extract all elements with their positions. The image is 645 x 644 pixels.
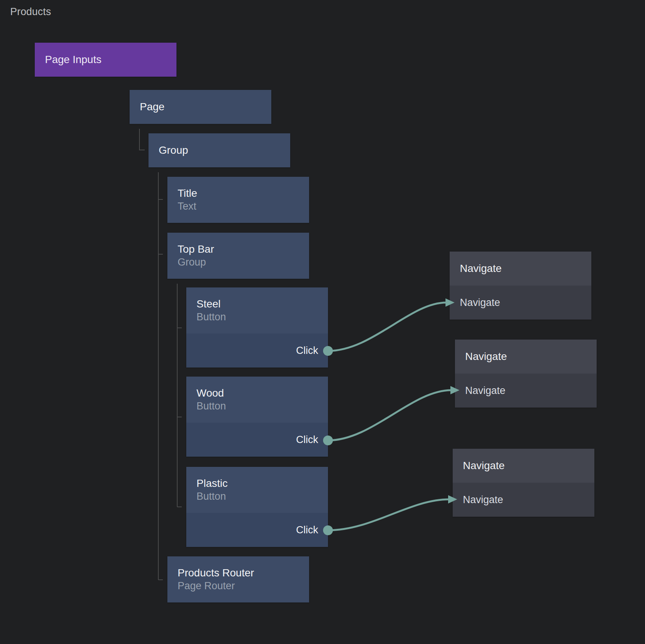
wire-steel-click-to-navigate-1[interactable] [328, 303, 446, 351]
port-plastic-click[interactable] [323, 525, 333, 535]
wire-plastic-click-to-navigate-3[interactable] [328, 499, 449, 530]
port-steel-click[interactable] [323, 346, 333, 356]
wire-wood-click-to-navigate-2[interactable] [328, 390, 451, 440]
tree-connector-top-bar [177, 284, 182, 507]
arrow-head-navigate-2 [450, 386, 459, 394]
connections-layer [0, 0, 645, 644]
node-editor-canvas[interactable]: Products Page Inputs Page Group Title Te… [0, 0, 645, 644]
tree-connector-page [139, 129, 145, 150]
tree-connector-group [158, 172, 163, 580]
port-wood-click[interactable] [323, 436, 333, 445]
arrow-head-navigate-1 [445, 298, 455, 307]
arrow-head-navigate-3 [448, 495, 457, 503]
